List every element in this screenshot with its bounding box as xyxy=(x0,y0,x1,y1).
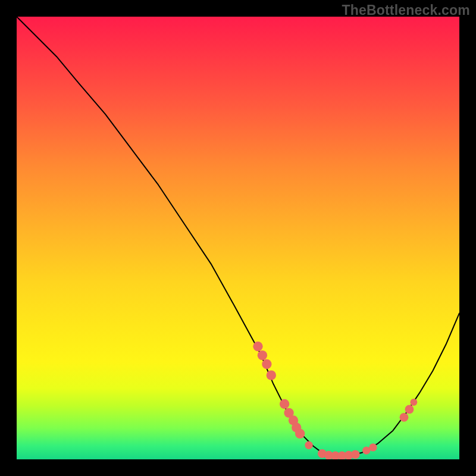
main-curve xyxy=(17,17,459,456)
highlight-dot xyxy=(305,441,312,449)
highlight-dots xyxy=(253,342,417,459)
highlight-dot xyxy=(410,399,417,406)
highlight-dot xyxy=(295,429,305,439)
plot-area xyxy=(17,17,459,459)
chart-svg xyxy=(17,17,459,459)
chart-frame: TheBottleneck.com xyxy=(0,0,476,476)
highlight-dot xyxy=(267,370,276,380)
highlight-dot xyxy=(351,450,360,459)
highlight-dot xyxy=(400,413,409,422)
watermark-text: TheBottleneck.com xyxy=(342,2,470,18)
highlight-dot xyxy=(369,443,377,451)
highlight-dot xyxy=(258,350,267,360)
highlight-dot xyxy=(262,359,271,369)
highlight-dot xyxy=(280,399,289,409)
highlight-dot xyxy=(405,405,414,414)
highlight-dot xyxy=(253,342,262,351)
